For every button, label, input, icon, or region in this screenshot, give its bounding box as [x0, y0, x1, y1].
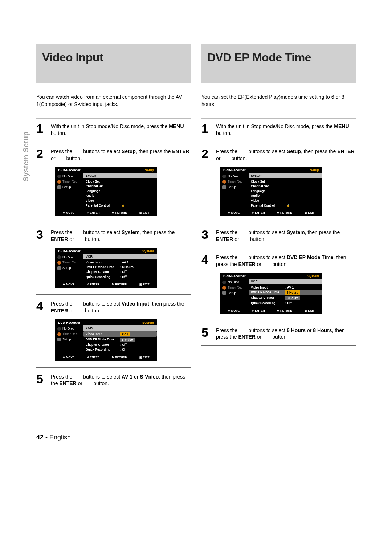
disc-icon	[57, 255, 61, 259]
osd-setup: DVD-Recorder Setup No Disc Timer Rec. Se…	[220, 167, 322, 216]
gear-icon	[57, 185, 61, 189]
osd-setup: DVD-Recorder Setup No Disc Timer Rec. Se…	[55, 167, 157, 216]
step-4: 4 Press thebuttons to select Video Input…	[36, 300, 191, 314]
intro-dvd-ep: You can set the EP(Extended Play)mode's …	[201, 94, 356, 108]
section-header-dvd-ep: DVD EP Mode Time	[201, 44, 356, 83]
step-number: 1	[36, 122, 47, 137]
disc-icon	[222, 281, 226, 284]
step-number: 4	[36, 300, 47, 314]
step-text: Press thebuttons to select Video Input, …	[51, 300, 191, 314]
step-2: 2 Press thebuttons to select Setup, then…	[36, 147, 191, 162]
osd-list: Clock Set Channel Set Language Audio Vid…	[83, 178, 157, 210]
osd-video-input: DVD-Recorder System No Disc Timer Rec. S…	[55, 319, 157, 361]
page-footer: 42 - English	[36, 434, 356, 441]
step-3: 3 Press thebuttons to select System, the…	[36, 228, 191, 243]
osd-footer: MOVE ENTER RETURN EXIT	[55, 210, 157, 216]
step-5: 5 Press thebuttons to select AV 1 or S-V…	[36, 373, 191, 393]
osd-system: DVD-Recorder System No Disc Timer Rec. S…	[55, 248, 157, 288]
gear-icon	[222, 291, 226, 295]
step-1: 1 With the unit in Stop mode/No Disc mod…	[201, 122, 356, 142]
osd-mode: Setup	[145, 168, 154, 172]
page-number: 42 -	[36, 434, 48, 441]
gear-icon	[57, 266, 61, 270]
sidebar-section-label: System Setup	[22, 131, 30, 181]
page-columns: Video Input You can watch video from an …	[36, 44, 356, 397]
divider	[201, 118, 356, 119]
timer-icon	[57, 180, 61, 184]
disc-icon	[222, 175, 226, 178]
step-number: 2	[36, 147, 47, 162]
step-1: 1 With the unit in Stop mode/No Disc mod…	[36, 122, 191, 142]
step-2: 2 Press thebuttons to select Setup, then…	[201, 147, 356, 162]
page-lang: English	[49, 434, 71, 441]
step-number: 5	[36, 373, 47, 387]
disc-icon	[57, 175, 61, 178]
osd-left-nav: No Disc Timer Rec. Setup	[55, 173, 83, 210]
title-dvd-ep: DVD EP Mode Time	[207, 51, 350, 64]
step-4: 4 Press thebuttons to select DVD EP Mode…	[201, 253, 356, 268]
osd-title: DVD-Recorder	[58, 168, 81, 172]
step-text: Press thebuttons to select AV 1 or S-Vid…	[51, 373, 191, 387]
step-text: With the unit in Stop mode/No Disc mode,…	[51, 122, 191, 137]
divider	[36, 118, 191, 119]
timer-icon	[222, 180, 226, 184]
intro-video-input: You can watch video from an external com…	[36, 94, 191, 108]
step-number: 3	[36, 228, 47, 243]
disc-icon	[57, 327, 61, 331]
gear-icon	[57, 338, 61, 341]
osd-list-header: System	[83, 173, 157, 179]
step-text: Press thebuttons to select Setup, then p…	[51, 147, 191, 162]
step-text: Press thebuttons to select System, then …	[51, 228, 191, 243]
timer-icon	[57, 332, 61, 336]
title-video-input: Video Input	[42, 51, 185, 64]
osd-dvd-ep: DVD-Recorder System No Disc Timer Rec. S…	[220, 273, 322, 314]
gear-icon	[222, 185, 226, 189]
timer-icon	[222, 286, 226, 290]
section-header-video-input: Video Input	[36, 44, 191, 83]
left-column: Video Input You can watch video from an …	[36, 44, 191, 397]
step-3: 3 Press thebuttons to select System, the…	[201, 228, 356, 248]
step-5: 5 Press thebuttons to select 6 Hours or …	[201, 326, 356, 346]
timer-icon	[57, 261, 61, 265]
right-column: DVD EP Mode Time You can set the EP(Exte…	[201, 44, 356, 397]
